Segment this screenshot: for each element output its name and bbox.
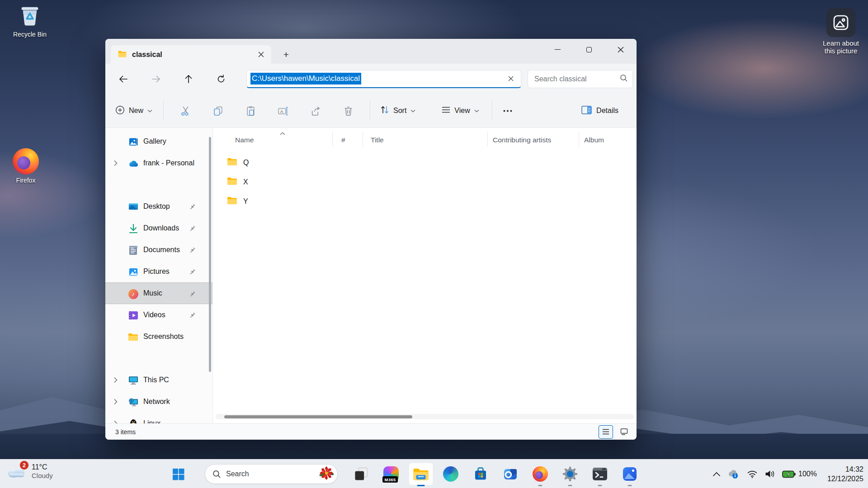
maximize-button[interactable] (573, 39, 605, 60)
sidebar-item-downloads[interactable]: Downloads (105, 217, 212, 239)
details-pane-button[interactable]: Details (577, 102, 623, 120)
address-selected-text: C:\Users\hawen\Music\classical (250, 73, 361, 84)
sort-button[interactable]: Sort (376, 101, 420, 120)
sidebar-scrollbar[interactable] (209, 137, 211, 372)
details-view-toggle[interactable] (599, 425, 613, 439)
chevron-right-icon[interactable] (113, 377, 118, 385)
close-button[interactable] (605, 39, 637, 60)
sidebar-item-label: Music (143, 289, 162, 297)
column-header-title[interactable]: Title (371, 136, 384, 144)
new-button[interactable]: New (110, 101, 158, 121)
sidebar-item-desktop[interactable]: Desktop (105, 196, 212, 217)
volume-icon[interactable] (764, 469, 775, 479)
file-row-x[interactable]: X (213, 172, 637, 192)
scrollbar-thumb[interactable] (224, 415, 412, 418)
poinsettia-icon[interactable] (319, 466, 334, 482)
notification-badge: 2 (19, 460, 29, 470)
copy-button[interactable] (202, 101, 234, 121)
pin-icon (189, 290, 196, 299)
sidebar-item-gallery[interactable]: Gallery (105, 131, 212, 152)
clock[interactable]: 14:32 12/12/2025 (827, 465, 863, 483)
sidebar-item-this-pc[interactable]: This PC (105, 369, 212, 391)
clear-address-icon[interactable] (505, 72, 517, 85)
terminal-button[interactable] (585, 461, 615, 487)
running-indicator (417, 485, 425, 487)
tab-classical[interactable]: classical (111, 45, 271, 64)
cut-button[interactable] (169, 101, 202, 121)
refresh-button[interactable] (212, 70, 230, 88)
chevron-down-icon (474, 109, 479, 113)
search-input[interactable] (534, 75, 620, 83)
column-header-contributing-artists[interactable]: Contributing artists (493, 136, 551, 144)
items-count: 3 items (115, 428, 136, 436)
microsoft-store-button[interactable] (466, 461, 495, 487)
horizontal-scrollbar[interactable] (216, 414, 634, 419)
battery-charging-icon (782, 470, 796, 478)
share-button[interactable] (299, 101, 332, 121)
address-bar[interactable]: C:\Users\hawen\Music\classical (246, 70, 521, 88)
column-separator[interactable] (487, 131, 488, 147)
tab-close-icon[interactable] (254, 48, 268, 61)
copilot-icon: M365 (383, 466, 399, 482)
tray-chevron-up-icon[interactable] (712, 472, 721, 477)
thumbnail-view-icon (620, 428, 628, 435)
firefox-button[interactable] (525, 461, 555, 487)
outlook-button[interactable] (495, 461, 525, 487)
sidebar-item-label: Downloads (143, 224, 179, 232)
onedrive-tray-icon[interactable] (727, 469, 740, 479)
sidebar-item-onedrive-personal[interactable]: frank - Personal (105, 152, 212, 174)
search-icon[interactable] (620, 74, 628, 84)
firefox-shortcut[interactable]: Firefox (5, 148, 46, 184)
recycle-bin-shortcut[interactable]: Recycle Bin (7, 3, 52, 38)
sidebar-item-network[interactable]: Network (105, 391, 212, 413)
back-button[interactable] (114, 70, 132, 88)
forward-button[interactable] (147, 70, 165, 88)
sidebar-item-linux[interactable]: Linux (105, 413, 212, 423)
task-view-button[interactable] (346, 461, 376, 487)
copilot-m365-button[interactable]: M365 (376, 461, 406, 487)
sidebar-item-pictures[interactable]: Pictures (105, 261, 212, 282)
pin-icon (189, 268, 196, 277)
sidebar-item-documents[interactable]: Documents (105, 239, 212, 261)
status-bar: 3 items (105, 423, 637, 440)
file-row-q[interactable]: Q (213, 153, 637, 172)
sidebar-item-label: Linux (143, 419, 160, 423)
up-button[interactable] (179, 70, 198, 88)
column-header-name[interactable]: Name (235, 136, 254, 144)
icons-view-toggle[interactable] (617, 425, 631, 439)
paste-button[interactable] (234, 101, 267, 121)
file-row-y[interactable]: Y (213, 192, 637, 211)
view-button[interactable]: View (437, 102, 483, 119)
settings-button[interactable] (555, 461, 585, 487)
weather-widget[interactable]: 2 11°C Cloudy (6, 463, 53, 480)
column-header-number[interactable]: # (341, 136, 345, 144)
column-separator[interactable] (579, 131, 579, 147)
learn-about-picture-button[interactable]: Learn about this picture (815, 8, 867, 55)
chevron-right-icon[interactable] (113, 160, 118, 168)
start-button[interactable] (169, 465, 187, 483)
weather-condition: Cloudy (32, 471, 53, 480)
taskbar-search[interactable]: Search (205, 464, 338, 484)
running-indicator (538, 485, 542, 487)
explorer-body: Gallery frank - Personal Desktop (105, 128, 637, 423)
rename-button[interactable]: A (267, 101, 299, 121)
column-header-album[interactable]: Album (584, 136, 604, 144)
sidebar-item-videos[interactable]: Videos (105, 304, 212, 326)
file-explorer-button[interactable] (406, 461, 436, 487)
wifi-icon[interactable] (747, 469, 758, 479)
sidebar-item-label: Pictures (143, 267, 170, 276)
chevron-down-icon (410, 109, 415, 113)
more-options-button[interactable] (498, 101, 518, 121)
column-separator[interactable] (332, 131, 333, 147)
chevron-right-icon[interactable] (113, 399, 118, 407)
delete-button[interactable] (332, 101, 364, 121)
column-separator[interactable] (363, 131, 363, 147)
photos-button[interactable] (615, 461, 645, 487)
sidebar-item-screenshots[interactable]: Screenshots (105, 326, 212, 347)
edge-button[interactable] (436, 461, 466, 487)
minimize-button[interactable] (542, 39, 573, 60)
sidebar-item-music[interactable]: ♪ Music (105, 282, 212, 304)
new-tab-button[interactable]: + (279, 48, 293, 61)
chevron-right-icon[interactable] (113, 420, 118, 423)
battery-status[interactable]: 100% (782, 470, 817, 478)
